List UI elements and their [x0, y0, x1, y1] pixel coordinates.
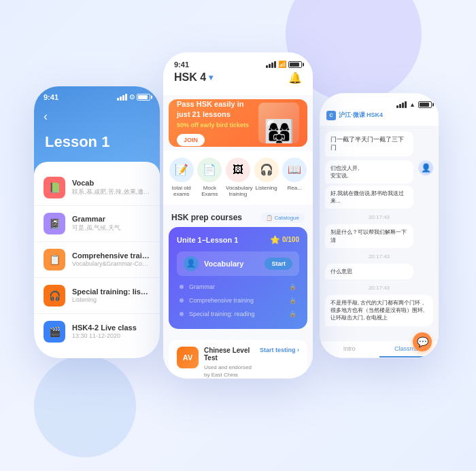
- menu-item-listening[interactable]: 🎧 Special training: listening Listening: [34, 278, 160, 314]
- cat-exams-label: total old exams: [169, 185, 194, 198]
- prep-section-header: HSK prep courses 📋 Catalogue: [163, 210, 313, 227]
- locked-grammar: Grammar 🔒: [180, 280, 296, 294]
- comprehensive-sub: Vocabulary&Grammar-Comp...: [72, 260, 150, 267]
- banner-text: Pass HSK easily in just 21 lessons 50% o…: [177, 99, 258, 147]
- brand-text: 沪江·微课 HSK4: [339, 111, 383, 120]
- left-phone: 9:41 ⊙ ‹ Lesson 1 📗: [34, 86, 160, 358]
- right-brand: C 沪江·微课 HSK4: [326, 111, 432, 120]
- timestamp-3: 20:17:43: [325, 285, 433, 291]
- promo-banner[interactable]: Pass HSK easily in just 21 lessons 50% o…: [169, 99, 307, 147]
- tab-intro[interactable]: Intro: [320, 341, 379, 357]
- fab-icon: 💬: [417, 336, 428, 347]
- vocab-sub: 联系,慕,减肥,苦,辣,效果,邀请...: [72, 188, 150, 196]
- center-phone: 9:41 📶 HSK 4: [163, 52, 313, 379]
- center-time: 9:41: [174, 60, 189, 69]
- center-status-bar: 9:41 📶: [174, 56, 302, 71]
- center-top-row: HSK 4 ▾ 🔔: [174, 71, 302, 84]
- cat-listening-icon: 🎧: [254, 158, 279, 182]
- vocab-row[interactable]: 👤 Vocabulary Start: [177, 251, 299, 276]
- cat-item-listening[interactable]: 🎧 Listening: [254, 158, 279, 198]
- chat-msg-6: 不是用手敲, 古代的大门都有两个门环，很多地方也有（当然楼是没有啦）围环, 让环…: [325, 295, 433, 326]
- chat-msg-5: 什么意思: [325, 264, 413, 279]
- locked-grammar-label: Grammar: [189, 283, 284, 290]
- chat-msg-4: 别是什么？可以帮我们解释一下清: [325, 224, 413, 247]
- bullet-dot-3: [180, 312, 184, 316]
- left-signal: ⊙: [117, 93, 150, 101]
- hsk-title: HSK 4 ▾: [174, 71, 213, 84]
- bullet-dot-2: [180, 298, 184, 302]
- vocab-row-label: Vocabulary: [204, 260, 259, 268]
- left-time: 9:41: [44, 93, 58, 101]
- vocab-icon: 📗: [44, 177, 65, 198]
- chat-messages: 门一截了半天门一截了三下门 们也没人开,安宝说, 好,我就在微信说,那书给我送过…: [320, 126, 439, 341]
- lesson-menu: 📗 Vocab 联系,慕,减肥,苦,辣,效果,邀请... 📓 Grammar 可…: [34, 162, 160, 358]
- start-testing-button[interactable]: Start testing ›: [260, 347, 299, 353]
- vocab-row-icon: 👤: [184, 256, 199, 271]
- bell-icon[interactable]: 🔔: [288, 71, 302, 84]
- banner-title: Pass HSK easily in just 21 lessons: [177, 99, 258, 120]
- categories-row: 📝 total old exams 📄 Mock Exams 🖼: [163, 151, 313, 205]
- menu-item-vocab[interactable]: 📗 Vocab 联系,慕,减肥,苦,辣,效果,邀请...: [34, 170, 160, 206]
- level-desc: Used and endorsed by East China Normal U…: [204, 364, 254, 379]
- listening-label: Special training: listening: [72, 287, 150, 296]
- locked-items: Grammar 🔒 Comprehensive training 🔒 Speci…: [177, 280, 299, 321]
- chat-msg-1: 门一截了半天门一截了三下门: [325, 131, 413, 156]
- cat-item-exams[interactable]: 📝 total old exams: [169, 158, 194, 198]
- dropdown-arrow[interactable]: ▾: [209, 73, 213, 82]
- vocab-row-emoji: 👤: [186, 259, 196, 268]
- menu-item-live[interactable]: 🎬 HSK4-2 Live class 13:30 11-12-2020: [34, 314, 160, 349]
- cat-item-reading[interactable]: 📖 Rea...: [282, 158, 307, 198]
- cat-mock-label: Mock Exams: [197, 185, 222, 198]
- back-button[interactable]: ‹: [34, 105, 160, 128]
- menu-item-comprehensive[interactable]: 📋 Comprehensive training: Vocabulary&Gra…: [34, 242, 160, 278]
- locked-reading-label: Special training: reading: [189, 311, 284, 317]
- comprehensive-label: Comprehensive training:: [72, 251, 150, 260]
- cat-mock-icon: 📄: [197, 158, 222, 182]
- cat-exams-icon: 📝: [169, 158, 194, 182]
- comprehensive-icon: 📋: [44, 249, 65, 271]
- chat-text-group: 们也没人开,安宝说, 好,我就在微信说,那书给我送过来...: [325, 160, 415, 209]
- timestamp-2: 20:17:43: [325, 254, 433, 260]
- cat-item-mock[interactable]: 📄 Mock Exams: [197, 158, 222, 198]
- star-icon: ⭐: [270, 235, 280, 245]
- catalogue-button[interactable]: 📋 Catalogue: [260, 213, 305, 223]
- level-title: Chinese Level Test: [204, 347, 254, 362]
- listening-icon: 🎧: [44, 285, 65, 307]
- chat-msg-group: 们也没人开,安宝说, 好,我就在微信说,那书给我送过来... 👤: [325, 160, 433, 209]
- center-signal: 📶: [266, 60, 302, 68]
- chat-avatar: 👤: [418, 160, 433, 175]
- cat-reading-label: Rea...: [288, 185, 302, 192]
- score-badge: ⭐ 0/100: [270, 235, 299, 245]
- locked-comprehensive: Comprehensive training 🔒: [180, 294, 296, 307]
- banner-image: 👩‍👩‍👧: [258, 103, 299, 143]
- fab-button[interactable]: 💬: [413, 332, 432, 351]
- lesson-card-header: Unite 1–Lesson 1 ⭐ 0/100: [177, 235, 299, 245]
- right-header: ▲ C 沪江·微课 HSK4: [320, 93, 439, 126]
- level-badge: AV: [177, 347, 199, 368]
- catalogue-icon: 📋: [266, 215, 273, 221]
- start-button[interactable]: Start: [265, 258, 292, 270]
- grammar-icon: 📓: [44, 213, 65, 234]
- level-test-card[interactable]: AV Chinese Level Test Used and endorsed …: [169, 340, 307, 379]
- cat-reading-icon: 📖: [282, 158, 307, 182]
- cat-vocab-label: Vocabulary training: [226, 185, 250, 198]
- right-phone: ▲ C 沪江·微课 HSK4 门一截了半天门一截了三下门 们也没人开,安宝说,: [320, 93, 439, 358]
- people-figure: 👩‍👩‍👧: [264, 120, 294, 143]
- bullet-dot: [180, 285, 184, 289]
- brand-logo: C: [326, 111, 336, 120]
- score-value: 0/100: [282, 236, 299, 243]
- live-label: HSK4-2 Live class: [72, 324, 150, 332]
- grammar-label: Grammar: [72, 215, 150, 223]
- lesson-title: Lesson 1: [34, 128, 160, 162]
- live-icon: 🎬: [44, 321, 65, 343]
- phones-wrapper: 9:41 ⊙ ‹ Lesson 1 📗: [27, 32, 449, 440]
- vocab-label: Vocab: [72, 179, 150, 187]
- cat-listening-label: Listening: [256, 185, 277, 192]
- cat-vocab-icon: 🖼: [226, 158, 250, 182]
- join-button[interactable]: JOIN: [177, 134, 205, 146]
- timestamp-1: 20:17:43: [325, 214, 433, 220]
- cat-item-vocab-training[interactable]: 🖼 Vocabulary training: [226, 158, 250, 198]
- locked-comprehensive-label: Comprehensive training: [189, 297, 284, 304]
- menu-item-grammar[interactable]: 📓 Grammar 可是,虽,气候,天气: [34, 206, 160, 242]
- center-header: 9:41 📶 HSK 4: [163, 52, 313, 95]
